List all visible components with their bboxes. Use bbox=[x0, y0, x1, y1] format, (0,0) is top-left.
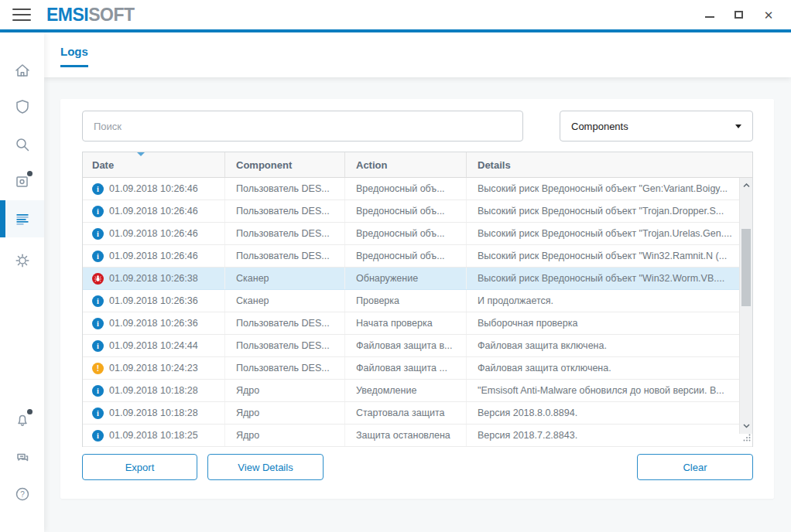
export-button[interactable]: Export bbox=[82, 454, 197, 480]
card-footer: Export View Details Clear bbox=[82, 454, 753, 480]
column-header-component[interactable]: Component bbox=[225, 152, 345, 177]
table-row[interactable]: i01.09.2018 10:26:46Пользователь DES...В… bbox=[83, 200, 752, 223]
row-action-cell: Вредоносный объ... bbox=[345, 178, 467, 200]
row-component-cell: Пользователь DES... bbox=[225, 223, 345, 244]
hamburger-menu-icon[interactable] bbox=[12, 9, 31, 21]
table-row[interactable]: 01.09.2018 10:26:38СканерОбнаружениеВысо… bbox=[83, 268, 752, 290]
info-icon: i bbox=[92, 340, 104, 352]
row-date-cell: i01.09.2018 10:18:28 bbox=[83, 402, 225, 424]
row-details-cell: Версия 2018.8.0.8894. bbox=[467, 402, 752, 424]
sidebar-item-settings[interactable] bbox=[0, 242, 44, 279]
row-component-cell: Ядро bbox=[225, 425, 345, 446]
row-action-cell: Стартовала защита bbox=[345, 402, 467, 424]
row-component-cell: Пользователь DES... bbox=[225, 357, 345, 379]
view-details-button[interactable]: View Details bbox=[207, 454, 324, 480]
row-action-cell: Обнаружение bbox=[345, 268, 467, 289]
emsisoft-logo: EMSISOFT bbox=[46, 5, 135, 26]
row-action-cell: Вредоносный объ... bbox=[345, 223, 467, 244]
row-date-cell: i01.09.2018 10:26:36 bbox=[83, 312, 225, 334]
maximize-icon[interactable] bbox=[734, 11, 743, 19]
danger-icon bbox=[92, 273, 104, 285]
sidebar-item-help[interactable]: ? bbox=[0, 476, 44, 513]
column-header-date[interactable]: Date bbox=[83, 152, 225, 177]
row-date-cell: i01.09.2018 10:26:46 bbox=[83, 223, 225, 244]
info-icon: i bbox=[92, 430, 104, 442]
row-details-cell: Высокий риск Вредоносный объект "Win32.R… bbox=[467, 245, 752, 267]
table-row[interactable]: i01.09.2018 10:26:46Пользователь DES...В… bbox=[83, 178, 752, 200]
table-row[interactable]: i01.09.2018 10:26:46Пользователь DES...В… bbox=[83, 245, 752, 268]
row-date-cell: !01.09.2018 10:24:23 bbox=[83, 357, 225, 379]
logs-card: Components Date Component Action Details… bbox=[60, 99, 774, 499]
table-row[interactable]: i01.09.2018 10:26:36Пользователь DES...Н… bbox=[83, 312, 752, 335]
sidebar-item-scan[interactable] bbox=[0, 126, 44, 163]
row-date-cell: i01.09.2018 10:26:46 bbox=[83, 178, 225, 200]
help-icon: ? bbox=[14, 486, 31, 503]
svg-text:?: ? bbox=[20, 490, 25, 499]
table-row[interactable]: i01.09.2018 10:26:46Пользователь DES...В… bbox=[83, 223, 752, 245]
table-row[interactable]: i01.09.2018 10:26:36СканерПроверкаИ прод… bbox=[83, 290, 752, 312]
scroll-up-icon[interactable] bbox=[740, 179, 753, 192]
quarantine-badge-dot bbox=[27, 171, 33, 176]
filter-dropdown[interactable]: Components bbox=[560, 111, 753, 142]
row-details-cell: Высокий риск Вредоносный объект "Gen:Var… bbox=[467, 178, 752, 200]
logs-icon bbox=[14, 210, 31, 227]
row-component-cell: Сканер bbox=[225, 290, 345, 312]
clear-button[interactable]: Clear bbox=[637, 454, 753, 480]
resize-grip-icon[interactable] bbox=[743, 431, 751, 445]
settings-gear-icon bbox=[14, 252, 31, 269]
tab-logs[interactable]: Logs bbox=[60, 45, 88, 67]
row-component-cell: Сканер bbox=[225, 268, 345, 289]
info-icon: i bbox=[92, 295, 104, 307]
table-row[interactable]: !01.09.2018 10:24:23Пользователь DES...Ф… bbox=[83, 357, 752, 380]
column-header-details[interactable]: Details bbox=[467, 152, 752, 177]
row-component-cell: Пользователь DES... bbox=[225, 312, 345, 334]
sidebar-item-home[interactable] bbox=[0, 52, 44, 89]
home-icon bbox=[14, 62, 31, 79]
column-header-action[interactable]: Action bbox=[345, 152, 467, 177]
table-row[interactable]: i01.09.2018 10:18:25ЯдроЗащита остановле… bbox=[83, 425, 752, 447]
logs-table: Date Component Action Details i01.09.201… bbox=[82, 152, 753, 447]
table-row[interactable]: i01.09.2018 10:18:28ЯдроСтартовала защит… bbox=[83, 402, 752, 425]
table-row[interactable]: i01.09.2018 10:24:44Пользователь DES...Ф… bbox=[83, 335, 752, 357]
row-details-cell: И продолжается. bbox=[467, 290, 752, 312]
row-date-cell: i01.09.2018 10:26:36 bbox=[83, 290, 225, 312]
sidebar: ? bbox=[0, 32, 44, 532]
row-details-cell: Файловая защита включена. bbox=[467, 335, 752, 356]
minimize-icon[interactable] bbox=[705, 12, 714, 18]
row-details-cell: Версия 2018.7.2.8843. bbox=[467, 425, 752, 446]
search-input[interactable] bbox=[82, 111, 523, 142]
logo-text-secondary: SOFT bbox=[88, 5, 134, 25]
shield-icon bbox=[14, 98, 31, 115]
row-date-cell: i01.09.2018 10:26:46 bbox=[83, 200, 225, 222]
sidebar-item-quarantine[interactable] bbox=[0, 163, 44, 200]
row-details-cell: Файловая защита отключена. bbox=[467, 357, 752, 379]
info-icon: i bbox=[92, 206, 104, 217]
row-action-cell: Файловая защита в... bbox=[345, 335, 467, 356]
content-header: Logs bbox=[44, 32, 791, 77]
table-body: i01.09.2018 10:26:46Пользователь DES...В… bbox=[83, 178, 752, 447]
warning-icon: ! bbox=[92, 363, 104, 374]
row-details-cell: "Emsisoft Anti-Malware обновился до ново… bbox=[467, 380, 752, 401]
row-action-cell: Вредоносный объ... bbox=[345, 245, 467, 267]
sort-indicator-icon bbox=[137, 152, 145, 156]
row-action-cell: Файловая защита ... bbox=[345, 357, 467, 379]
sidebar-item-logs[interactable] bbox=[0, 200, 44, 237]
row-date-cell: i01.09.2018 10:24:44 bbox=[83, 335, 225, 356]
row-component-cell: Пользователь DES... bbox=[225, 335, 345, 356]
close-icon[interactable]: ✕ bbox=[763, 9, 774, 20]
scrollbar-thumb[interactable] bbox=[741, 229, 751, 306]
toolbar: Components bbox=[82, 111, 753, 142]
info-icon: i bbox=[92, 318, 104, 329]
sidebar-item-notifications[interactable] bbox=[0, 401, 44, 438]
chat-icon bbox=[14, 448, 31, 466]
sidebar-item-support-chat[interactable] bbox=[0, 438, 44, 476]
table-header: Date Component Action Details bbox=[83, 152, 752, 178]
vertical-scrollbar[interactable] bbox=[739, 178, 752, 434]
row-component-cell: Ядро bbox=[225, 402, 345, 424]
sidebar-item-protection[interactable] bbox=[0, 88, 44, 125]
chevron-down-icon bbox=[735, 124, 741, 128]
table-row[interactable]: i01.09.2018 10:18:28ЯдроУведомление"Emsi… bbox=[83, 380, 752, 402]
row-component-cell: Пользователь DES... bbox=[225, 178, 345, 200]
row-date-cell: 01.09.2018 10:26:38 bbox=[83, 268, 225, 289]
info-icon: i bbox=[92, 251, 104, 262]
